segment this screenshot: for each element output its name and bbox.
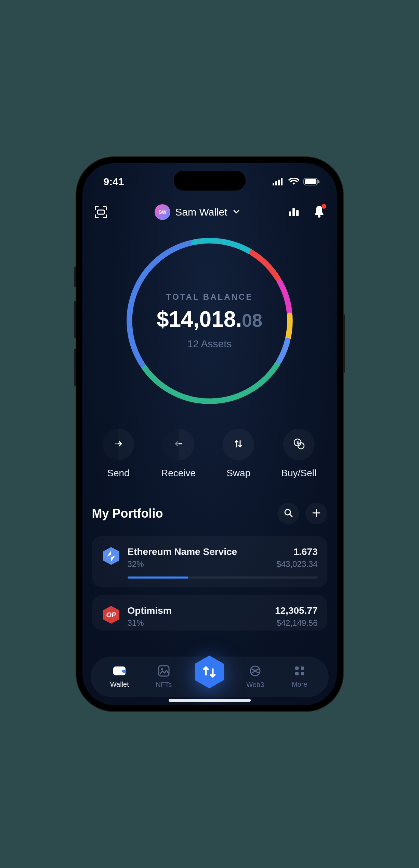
- wallet-selector[interactable]: SW Sam Wallet: [155, 204, 240, 220]
- swap-label: Swap: [223, 468, 254, 479]
- scan-icon[interactable]: [93, 205, 108, 220]
- notifications-button[interactable]: [313, 205, 326, 220]
- cellular-signal-icon: [273, 178, 284, 185]
- donut-svg: [122, 234, 297, 408]
- asset-progress: [128, 576, 318, 579]
- send-button[interactable]: Send: [103, 429, 134, 479]
- home-indicator[interactable]: [169, 699, 251, 702]
- svg-rect-3: [281, 178, 283, 185]
- asset-percent: 31%: [128, 618, 144, 628]
- asset-value: $43,023.34: [276, 559, 317, 569]
- asset-percent: 32%: [128, 559, 144, 569]
- asset-amount: 12,305.77: [275, 605, 318, 616]
- svg-rect-27: [295, 672, 299, 675]
- bell-icon: [313, 213, 326, 219]
- grid-icon: [294, 665, 305, 678]
- svg-rect-9: [292, 208, 295, 216]
- wifi-icon: [288, 178, 299, 185]
- svg-rect-2: [278, 180, 280, 185]
- notification-dot: [322, 204, 326, 209]
- tab-wallet[interactable]: Wallet: [102, 665, 136, 688]
- search-icon: [283, 508, 293, 519]
- stats-icon[interactable]: [287, 205, 300, 220]
- portfolio-title: My Portfolio: [92, 506, 163, 521]
- svg-rect-8: [289, 211, 291, 216]
- svg-rect-10: [296, 210, 299, 216]
- phone-screen: 9:41: [82, 163, 337, 705]
- asset-name: Ethereum Name Service: [128, 546, 237, 557]
- svg-rect-26: [301, 666, 304, 670]
- svg-rect-7: [97, 210, 104, 214]
- status-time: 9:41: [104, 176, 124, 187]
- wallet-name: Sam Wallet: [175, 206, 227, 218]
- svg-point-11: [318, 215, 320, 218]
- asset-amount: 1.673: [293, 546, 317, 557]
- battery-icon: [303, 178, 320, 185]
- image-icon: [158, 665, 170, 679]
- add-button[interactable]: [305, 503, 327, 524]
- asset-icon-ens: [102, 546, 121, 566]
- svg-point-22: [161, 668, 163, 670]
- buy-sell-button[interactable]: $ Buy/Sell: [281, 429, 316, 479]
- tab-label: NFTs: [156, 681, 172, 689]
- tab-nfts[interactable]: NFTs: [147, 665, 181, 689]
- wallet-avatar: SW: [155, 204, 170, 220]
- svg-rect-20: [122, 670, 126, 673]
- asset-card[interactable]: OP Optimism 12,305.77 31% $42,149.56: [92, 595, 327, 631]
- svg-point-24: [250, 666, 260, 676]
- phone-frame: 9:41: [76, 157, 343, 711]
- plus-icon: [312, 508, 321, 519]
- asset-name: Optimism: [128, 605, 172, 616]
- svg-rect-5: [305, 179, 316, 184]
- actions-row: Send Receive Swap: [82, 408, 337, 482]
- svg-rect-1: [275, 181, 277, 185]
- swap-icon: [233, 438, 244, 451]
- tab-label: More: [292, 681, 307, 688]
- asset-value: $42,149.56: [276, 618, 317, 628]
- swap-button[interactable]: Swap: [223, 429, 254, 479]
- coins-icon: $: [292, 437, 305, 452]
- tab-label: Wallet: [110, 681, 129, 688]
- send-label: Send: [103, 468, 134, 479]
- wallet-icon: [113, 665, 126, 678]
- tab-center-action[interactable]: [191, 653, 228, 690]
- svg-marker-23: [195, 656, 224, 688]
- chevron-down-icon: [232, 206, 240, 218]
- globe-icon: [249, 665, 261, 679]
- asset-progress-fill: [128, 576, 188, 579]
- portfolio-section: My Portfolio: [82, 482, 337, 631]
- buy-sell-label: Buy/Sell: [281, 468, 316, 479]
- tab-web3[interactable]: Web3: [238, 665, 272, 689]
- tab-label: Web3: [246, 681, 264, 689]
- tab-more[interactable]: More: [283, 665, 317, 688]
- svg-rect-0: [273, 183, 274, 185]
- svg-marker-16: [103, 547, 119, 565]
- search-button[interactable]: [277, 503, 299, 524]
- tab-bar: Wallet NFTs Web3: [91, 657, 329, 697]
- app-header: SW Sam Wallet: [82, 191, 337, 223]
- svg-rect-25: [295, 666, 299, 670]
- receive-button[interactable]: Receive: [161, 429, 196, 479]
- asset-card[interactable]: Ethereum Name Service 1.673 32% $43,023.…: [92, 536, 327, 587]
- receive-label: Receive: [161, 468, 196, 479]
- balance-donut-chart[interactable]: TOTAL BALANCE $14,018.08 12 Assets: [122, 234, 297, 408]
- svg-text:OP: OP: [106, 611, 116, 619]
- asset-icon-optimism: OP: [102, 605, 121, 624]
- svg-rect-28: [301, 672, 304, 675]
- dynamic-island: [174, 171, 246, 191]
- svg-rect-6: [318, 180, 319, 183]
